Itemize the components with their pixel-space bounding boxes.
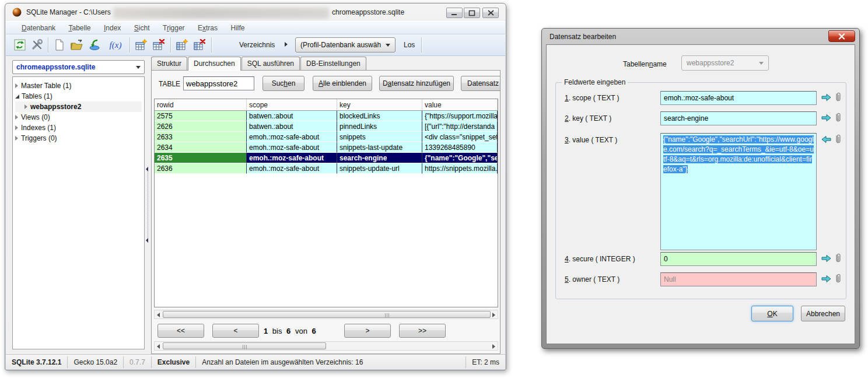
tab-struktur[interactable]: Struktur <box>151 57 187 70</box>
column-header-key[interactable]: key <box>337 99 422 110</box>
tab-db-einstellungen[interactable]: DB-Einstellungen <box>300 57 366 70</box>
dropdown-caret-icon <box>386 44 390 47</box>
tree-item-tables[interactable]: Tables (1) <box>15 91 142 102</box>
toolbar: f(x) Verzeichnis (Pr <box>6 34 505 56</box>
tree-item-master-table[interactable]: Master Table (1) <box>15 80 142 91</box>
table-row[interactable]: 2575batwen.:aboutblockedLinks{"https://s… <box>155 111 498 121</box>
menu-tabelle[interactable]: Tabelle <box>64 22 96 34</box>
minimize-button[interactable] <box>446 8 463 18</box>
grid-header[interactable]: rowid scope key value <box>155 99 498 111</box>
field-key-input[interactable] <box>660 111 817 125</box>
show-all-button[interactable]: Alle einblenden <box>313 76 372 91</box>
panel-horizontal-scrollbar[interactable] <box>154 341 498 351</box>
send-to-grid-arrow-icon[interactable] <box>821 113 832 123</box>
last-page-button[interactable]: >> <box>399 324 446 338</box>
menu-index[interactable]: Index <box>99 22 126 34</box>
expander-icon[interactable] <box>15 136 18 141</box>
profile-database-dropdown[interactable]: (Profil-Datenbank auswählen) <box>295 37 396 52</box>
settings-tools-icon[interactable] <box>30 38 44 52</box>
verzeichnis-arrow-icon <box>285 42 288 47</box>
send-to-grid-arrow-icon[interactable] <box>821 253 832 264</box>
pagination-status: 1 bis 6 von 6 <box>264 327 316 335</box>
expander-icon[interactable] <box>15 94 19 99</box>
tree-item-indexes[interactable]: Indexes (1) <box>15 123 142 133</box>
expander-icon[interactable] <box>15 115 18 120</box>
attachment-paperclip-icon[interactable] <box>834 134 842 145</box>
grid-horizontal-scrollbar[interactable] <box>154 310 498 319</box>
tree-item-triggers[interactable]: Triggers (0) <box>15 133 142 144</box>
add-table-icon[interactable] <box>134 38 148 52</box>
statusbar: SQLite 3.7.12.1 Gecko 15.0a2 0.7.7 Exclu… <box>6 354 505 369</box>
cancel-button[interactable]: Abbrechen <box>801 306 845 321</box>
app-icon <box>12 8 22 17</box>
attachment-paperclip-icon[interactable] <box>834 273 842 284</box>
table-row[interactable]: 2634emoh.:moz-safe-aboutsnippets-last-up… <box>155 142 498 153</box>
expander-icon[interactable] <box>24 104 27 109</box>
import-icon[interactable] <box>88 38 102 52</box>
close-button[interactable] <box>482 8 499 18</box>
table-row[interactable]: 2636emoh.:moz-safe-aboutsnippets-update-… <box>155 163 498 174</box>
new-database-icon[interactable] <box>52 38 66 52</box>
menu-extras[interactable]: Extras <box>192 22 223 34</box>
status-message: Anzahl an Dateien im ausgewählten Verzei… <box>196 356 466 368</box>
window-title: SQLite Manager - C:\Users <box>26 8 111 16</box>
add-record-button[interactable]: Datensatz hinzufügen <box>379 76 454 91</box>
menu-trigger[interactable]: Trigger <box>158 22 190 34</box>
field-scope-input[interactable] <box>660 91 817 105</box>
field-secure-label: 4. secure ( INTEGER ) <box>565 255 635 263</box>
table-row[interactable]: 2626batwen.:aboutpinnedLinks[{"url":"htt… <box>155 121 498 132</box>
expander-icon[interactable] <box>15 125 18 130</box>
send-to-grid-arrow-icon[interactable] <box>821 274 832 284</box>
los-button[interactable]: Los <box>404 41 415 49</box>
field-key-label: 2. key ( TEXT ) <box>565 114 611 123</box>
receive-from-grid-arrow-icon[interactable] <box>821 134 832 145</box>
sqlite-manager-window: SQLite Manager - C:\Users chromeappsstor… <box>5 3 506 370</box>
tree-item-views[interactable]: Views (0) <box>15 112 142 123</box>
status-sqlite-version: SQLite 3.7.12.1 <box>6 356 68 368</box>
prev-page-button[interactable]: < <box>212 324 259 338</box>
verzeichnis-label[interactable]: Verzeichnis <box>239 41 275 49</box>
table-name-input[interactable] <box>183 76 254 90</box>
drop-table-icon[interactable] <box>152 38 166 52</box>
field-value-label: 3. value ( TEXT ) <box>565 136 617 144</box>
add-column-icon[interactable] <box>175 38 189 52</box>
attachment-paperclip-icon[interactable] <box>834 112 842 123</box>
attachment-paperclip-icon[interactable] <box>834 253 842 264</box>
ok-button[interactable]: OK <box>751 306 793 321</box>
table-row[interactable]: 2633emoh.:moz-safe-aboutsnippets<div cla… <box>155 132 498 142</box>
menu-sicht[interactable]: Sicht <box>129 22 155 34</box>
next-page-button[interactable]: > <box>344 324 391 338</box>
field-value-textarea[interactable]: {"name":"Google","searchUrl":"https://ww… <box>660 133 817 250</box>
refresh-icon[interactable] <box>13 38 27 52</box>
menu-hilfe[interactable]: Hilfe <box>226 22 250 34</box>
menubar: Datenbank Tabelle Index Sicht Trigger Ex… <box>6 21 505 34</box>
field-owner-input[interactable] <box>660 272 817 286</box>
maximize-button[interactable] <box>464 8 480 18</box>
drop-column-icon[interactable] <box>192 38 206 52</box>
database-selector-dropdown[interactable]: chromeappsstore.sqlite <box>12 60 145 74</box>
tab-strip: StrukturDurchsuchenSQL ausführenDB-Einst… <box>151 57 367 71</box>
open-database-icon[interactable] <box>70 38 84 52</box>
menu-datenbank[interactable]: Datenbank <box>16 22 61 34</box>
window-body: chromeappsstore.sqlite Master Table (1) … <box>6 56 505 369</box>
tab-durchsuchen[interactable]: Durchsuchen <box>188 57 241 71</box>
column-header-value[interactable]: value <box>422 99 498 110</box>
duplicate-record-button[interactable]: Datensatz dupliz <box>461 76 501 91</box>
send-to-grid-arrow-icon[interactable] <box>821 92 832 103</box>
titlebar[interactable]: SQLite Manager - C:\Users chromeappsstor… <box>5 4 506 21</box>
database-tree: Master Table (1) Tables (1) webappsstore… <box>12 76 145 349</box>
fx-icon[interactable]: f(x) <box>105 38 126 52</box>
field-secure-input[interactable] <box>660 252 817 266</box>
tablename-label: Tabellenname <box>623 60 667 68</box>
field-owner-label: 5. owner ( TEXT ) <box>565 275 620 284</box>
tab-sql-ausfuehren[interactable]: SQL ausführen <box>242 57 300 70</box>
first-page-button[interactable]: << <box>158 324 204 338</box>
attachment-paperclip-icon[interactable] <box>834 92 842 103</box>
table-row-selected[interactable]: 2635emoh.:moz-safe-aboutsearch-engine{"n… <box>155 153 498 163</box>
expander-icon[interactable] <box>15 83 18 88</box>
search-button[interactable]: Suchen <box>262 76 304 91</box>
column-header-rowid[interactable]: rowid <box>155 99 247 110</box>
tree-item-webappsstore2[interactable]: webappsstore2 <box>15 102 142 112</box>
dialog-close-button[interactable] <box>828 30 855 42</box>
column-header-scope[interactable]: scope <box>247 99 337 110</box>
